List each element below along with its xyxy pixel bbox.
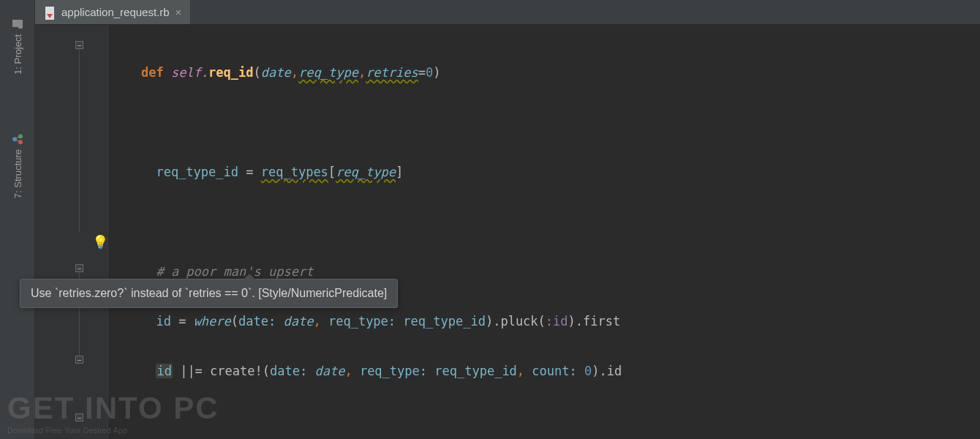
watermark-subtitle: Download Free Your Desired App xyxy=(7,426,219,435)
tooltip-text: Use `retries.zero?` instead of `retries … xyxy=(31,287,387,299)
watermark-title: GET INTO PC xyxy=(7,391,219,426)
structure-tool-button[interactable]: 7: Structure xyxy=(12,133,23,198)
folder-icon xyxy=(12,18,23,30)
svg-rect-1 xyxy=(18,26,23,29)
intention-bulb-icon[interactable]: 💡 xyxy=(92,234,108,249)
svg-rect-0 xyxy=(12,20,23,27)
structure-label: 7: Structure xyxy=(12,149,23,198)
editor-tab[interactable]: application_request.rb × xyxy=(35,0,191,24)
fold-marker[interactable] xyxy=(75,264,83,272)
watermark: GET INTO PC Download Free Your Desired A… xyxy=(7,391,219,435)
code-text[interactable]: def self.req_id(date,req_type,retries=0)… xyxy=(108,25,980,439)
structure-icon xyxy=(12,133,23,145)
code-line: req_type_id = req_types[req_type] xyxy=(108,160,980,184)
project-tool-button[interactable]: 1: Project xyxy=(12,18,23,75)
code-line: def self.req_id(date,req_type,retries=0) xyxy=(108,60,980,85)
tab-close-icon[interactable]: × xyxy=(176,6,182,18)
svg-point-3 xyxy=(12,137,17,141)
code-line xyxy=(108,110,980,135)
code-line xyxy=(108,408,980,433)
fold-marker[interactable] xyxy=(75,356,83,364)
code-line: id ||= create!(date: date, req_type: req… xyxy=(108,359,980,383)
code-line: id = where(date: date, req_type: req_typ… xyxy=(108,309,980,334)
tool-sidebar: 1: Project 7: Structure xyxy=(0,0,35,439)
inspection-tooltip: Use `retries.zero?` instead of `retries … xyxy=(20,279,398,308)
fold-marker[interactable] xyxy=(75,41,83,49)
gutter: 💡 xyxy=(35,25,108,439)
fold-guide xyxy=(79,49,80,232)
editor-area[interactable]: 💡 def self.req_id(date,req_type,retries=… xyxy=(35,25,980,439)
code-line xyxy=(108,209,980,234)
tab-filename: application_request.rb xyxy=(61,6,170,18)
project-label: 1: Project xyxy=(12,34,23,75)
editor-tab-bar: application_request.rb × xyxy=(35,0,980,25)
ruby-file-icon xyxy=(44,7,56,18)
